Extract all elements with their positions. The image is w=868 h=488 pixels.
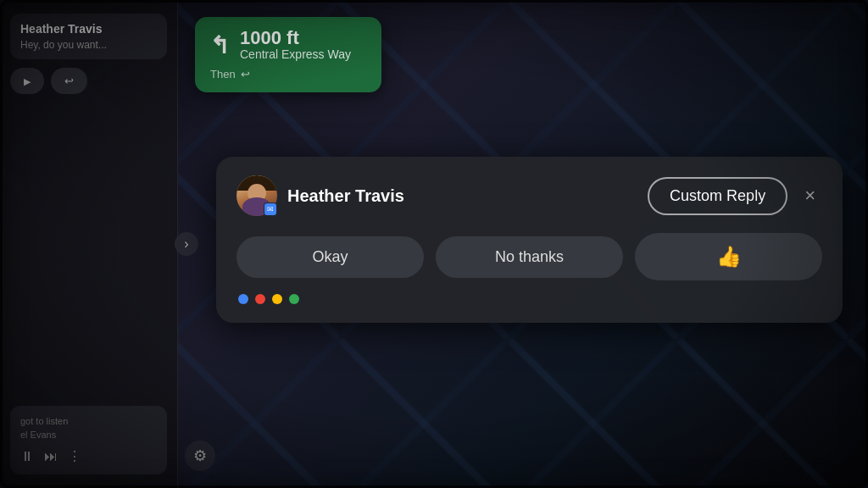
avatar: ✉ <box>236 175 277 216</box>
play-button[interactable] <box>10 68 44 94</box>
dot-red <box>255 294 265 304</box>
settings-button[interactable]: ⚙ <box>185 441 215 471</box>
then-icon: ↩ <box>241 68 250 80</box>
notification-header-actions: Custom Reply × <box>648 177 822 215</box>
message-badge-icon: ✉ <box>264 202 277 216</box>
dot-blue <box>238 294 248 304</box>
more-button[interactable]: ⋮ <box>68 448 81 464</box>
gear-icon: ⚙ <box>193 446 207 465</box>
expand-button[interactable]: › <box>175 232 198 256</box>
pause-button[interactable]: ⏸ <box>20 449 34 464</box>
left-action-buttons <box>10 68 167 94</box>
next-button[interactable]: ⏭ <box>44 449 58 464</box>
music-status: got to listen <box>20 416 157 426</box>
reply-options: Okay No thanks 👍 <box>236 233 822 280</box>
close-button[interactable]: × <box>798 183 822 208</box>
sender-identity: ✉ Heather Travis <box>236 175 404 216</box>
custom-reply-button[interactable]: Custom Reply <box>648 177 787 215</box>
play-icon <box>24 75 31 87</box>
reply-button[interactable] <box>51 68 87 94</box>
navigation-card: ↱ 1000 ft Central Express Way Then ↩ <box>195 17 381 92</box>
nav-distance: 1000 ft <box>240 29 351 47</box>
left-panel: Heather Travis Hey, do you want... got t… <box>0 0 178 488</box>
android-auto-screen: Heather Travis Hey, do you want... got t… <box>0 0 868 488</box>
then-label: Then <box>210 68 236 80</box>
contact-message: Hey, do you want... <box>20 39 157 51</box>
reply-no-thanks-button[interactable]: No thanks <box>436 236 623 278</box>
turn-right-icon: ↱ <box>210 31 230 59</box>
reply-icon <box>64 75 74 87</box>
sender-name: Heather Travis <box>287 186 404 206</box>
contact-name: Heather Travis <box>20 22 157 36</box>
nav-top-row: ↱ 1000 ft Central Express Way <box>210 29 366 61</box>
notification-card: ✉ Heather Travis Custom Reply × Okay No … <box>216 157 843 323</box>
reply-okay-button[interactable]: Okay <box>236 236 424 278</box>
music-artist: el Evans <box>20 430 157 440</box>
nav-street: Central Express Way <box>240 47 351 61</box>
google-dots <box>236 294 822 304</box>
nav-info: 1000 ft Central Express Way <box>240 29 351 61</box>
notification-header: ✉ Heather Travis Custom Reply × <box>236 175 822 216</box>
dot-yellow <box>272 294 282 304</box>
reply-thumbsup-button[interactable]: 👍 <box>635 233 822 280</box>
contact-card: Heather Travis Hey, do you want... <box>10 14 167 59</box>
music-card: got to listen el Evans ⏸ ⏭ ⋮ <box>10 406 167 474</box>
music-controls: ⏸ ⏭ ⋮ <box>20 448 157 464</box>
nav-then-row: Then ↩ <box>210 68 366 80</box>
dot-green <box>289 294 299 304</box>
